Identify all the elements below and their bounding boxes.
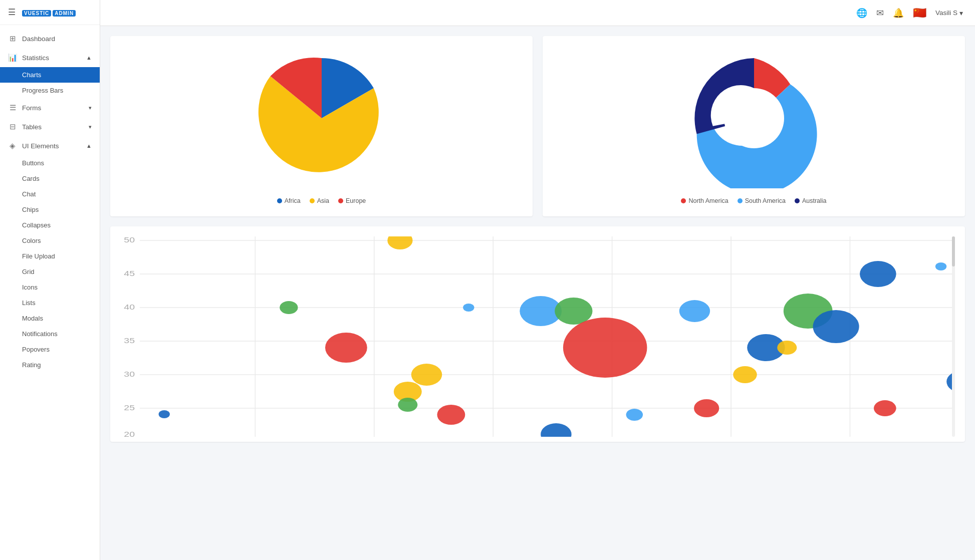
sidebar-item-forms[interactable]: ☰ Forms ▾ (0, 98, 100, 117)
australia-label: Australia (802, 197, 827, 204)
north-america-dot (681, 198, 686, 203)
cards-label: Cards (22, 175, 40, 182)
svg-text:50: 50 (124, 236, 135, 244)
statistics-label: Statistics (22, 54, 49, 62)
south-america-dot (738, 198, 743, 203)
legend-europe: Europe (338, 197, 366, 204)
svg-text:25: 25 (124, 404, 135, 412)
sidebar-menu: ⊞ Dashboard 📊 Statistics ▲ Charts Progre… (0, 25, 100, 560)
sidebar-item-colors[interactable]: Colors (0, 233, 100, 248)
sidebar-item-chips[interactable]: Chips (0, 202, 100, 217)
ui-elements-label: UI Elements (22, 142, 59, 150)
collapses-label: Collapses (22, 221, 51, 229)
europe-dot (338, 198, 343, 203)
donut-chart-legend: North America South America Australia (681, 197, 826, 204)
sidebar-item-lists[interactable]: Lists (0, 295, 100, 311)
topbar: 🌐 ✉ 🔔 🇨🇳 Vasili S ▾ (100, 0, 975, 26)
legend-africa: Africa (277, 197, 301, 204)
chat-label: Chat (22, 190, 36, 198)
legend-asia: Asia (310, 197, 329, 204)
legend-australia: Australia (795, 197, 827, 204)
africa-label: Africa (285, 197, 301, 204)
svg-point-35 (733, 366, 757, 383)
sidebar-item-tables[interactable]: ⊟ Tables ▾ (0, 117, 100, 136)
tables-label: Tables (22, 123, 42, 131)
svg-text:45: 45 (124, 270, 135, 278)
donut-chart-card: North America South America Australia (543, 36, 965, 216)
dashboard-label: Dashboard (22, 35, 55, 43)
sidebar-item-cards[interactable]: Cards (0, 171, 100, 186)
sidebar-item-icons[interactable]: Icons (0, 279, 100, 295)
svg-point-25 (411, 364, 442, 386)
svg-text:30: 30 (124, 371, 135, 379)
pie-chart-card: Africa Asia Europe (110, 36, 533, 216)
buttons-label: Buttons (22, 159, 44, 167)
user-arrow: ▾ (959, 9, 963, 17)
svg-point-43 (935, 262, 946, 270)
charts-label: Charts (22, 71, 41, 79)
bubble-chart-area: 50 45 40 35 30 25 20 (115, 236, 955, 437)
sidebar-item-modals[interactable]: Modals (0, 311, 100, 326)
sidebar-item-statistics[interactable]: 📊 Statistics ▲ (0, 48, 100, 67)
lists-label: Lists (22, 299, 36, 307)
australia-dot (795, 198, 800, 203)
asia-label: Asia (317, 197, 329, 204)
mail-icon[interactable]: ✉ (876, 8, 884, 19)
dashboard-icon: ⊞ (8, 34, 17, 43)
svg-point-42 (874, 400, 896, 416)
notifications-label: Notifications (22, 330, 58, 338)
user-name: Vasili S (935, 9, 957, 17)
sidebar-item-ui-elements[interactable]: ◈ UI Elements ▲ (0, 136, 100, 155)
content-area: Africa Asia Europe (100, 26, 975, 560)
popovers-label: Popovers (22, 346, 50, 353)
sidebar-item-rating[interactable]: Rating (0, 357, 100, 373)
progress-bars-label: Progress Bars (22, 87, 63, 94)
svg-point-32 (626, 409, 643, 421)
colors-label: Colors (22, 237, 41, 244)
svg-point-29 (555, 298, 592, 325)
svg-point-33 (679, 300, 710, 322)
sidebar-item-grid[interactable]: Grid (0, 264, 100, 279)
flag-icon[interactable]: 🇨🇳 (913, 7, 926, 20)
pie-chart-container (122, 48, 521, 188)
sidebar-item-buttons[interactable]: Buttons (0, 155, 100, 171)
bell-icon[interactable]: 🔔 (893, 8, 904, 19)
south-america-label: South America (745, 197, 786, 204)
svg-text:40: 40 (124, 304, 135, 312)
sidebar-item-progress-bars[interactable]: Progress Bars (0, 83, 100, 98)
africa-dot (277, 198, 282, 203)
ui-elements-icon: ◈ (8, 141, 17, 150)
sidebar-item-charts[interactable]: Charts (0, 67, 100, 83)
scrollbar-thumb[interactable] (952, 236, 955, 266)
pie-chart-legend: Africa Asia Europe (277, 197, 366, 204)
main-container: 🌐 ✉ 🔔 🇨🇳 Vasili S ▾ (100, 0, 975, 560)
bubble-grid-svg: 50 45 40 35 30 25 20 (115, 236, 955, 437)
charts-row: Africa Asia Europe (110, 36, 965, 216)
hamburger-icon[interactable]: ☰ (8, 7, 16, 18)
svg-point-34 (694, 399, 719, 417)
sidebar: ☰ VUESTICADMIN ⊞ Dashboard 📊 Statistics … (0, 0, 100, 560)
sidebar-item-popovers[interactable]: Popovers (0, 342, 100, 357)
sidebar-item-file-upload[interactable]: File Upload (0, 248, 100, 264)
app-logo: VUESTICADMIN (21, 8, 76, 17)
svg-point-47 (541, 423, 571, 437)
svg-point-27 (463, 304, 474, 312)
sidebar-item-notifications[interactable]: Notifications (0, 326, 100, 342)
sidebar-item-dashboard[interactable]: ⊞ Dashboard (0, 29, 100, 48)
svg-point-26 (437, 405, 465, 425)
globe-icon[interactable]: 🌐 (856, 8, 867, 19)
europe-label: Europe (346, 197, 366, 204)
sidebar-item-chat[interactable]: Chat (0, 186, 100, 202)
sidebar-item-collapses[interactable]: Collapses (0, 217, 100, 233)
svg-text:35: 35 (124, 337, 135, 345)
legend-north-america: North America (681, 197, 728, 204)
svg-text:20: 20 (124, 431, 135, 437)
forms-icon: ☰ (8, 103, 17, 112)
forms-arrow: ▾ (89, 105, 92, 111)
donut-chart-svg (679, 48, 829, 188)
svg-point-30 (387, 236, 412, 249)
statistics-icon: 📊 (8, 53, 17, 62)
modals-label: Modals (22, 315, 43, 322)
user-menu[interactable]: Vasili S ▾ (935, 9, 963, 17)
chips-label: Chips (22, 206, 39, 213)
